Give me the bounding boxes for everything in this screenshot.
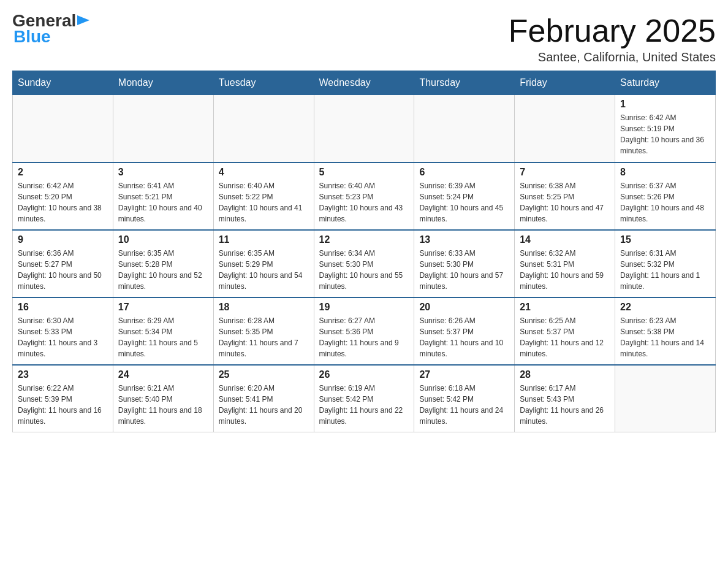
day-number: 1 — [620, 99, 710, 110]
logo: General Blue — [12, 12, 89, 47]
day-info: Sunrise: 6:23 AM Sunset: 5:38 PM Dayligh… — [620, 315, 710, 359]
day-number: 11 — [219, 234, 309, 245]
calendar-cell — [213, 95, 314, 163]
day-number: 22 — [620, 302, 710, 313]
day-info: Sunrise: 6:38 AM Sunset: 5:25 PM Dayligh… — [520, 180, 610, 224]
calendar-cell: 11Sunrise: 6:35 AM Sunset: 5:29 PM Dayli… — [213, 230, 314, 297]
day-info: Sunrise: 6:19 AM Sunset: 5:42 PM Dayligh… — [319, 383, 409, 427]
calendar-cell — [13, 95, 113, 163]
day-info: Sunrise: 6:34 AM Sunset: 5:30 PM Dayligh… — [319, 248, 409, 292]
day-number: 5 — [319, 167, 409, 178]
day-info: Sunrise: 6:25 AM Sunset: 5:37 PM Dayligh… — [520, 315, 610, 359]
calendar-cell: 12Sunrise: 6:34 AM Sunset: 5:30 PM Dayli… — [314, 230, 414, 297]
calendar-cell: 24Sunrise: 6:21 AM Sunset: 5:40 PM Dayli… — [113, 365, 213, 432]
day-number: 15 — [620, 234, 710, 245]
day-info: Sunrise: 6:41 AM Sunset: 5:21 PM Dayligh… — [118, 180, 208, 224]
day-info: Sunrise: 6:31 AM Sunset: 5:32 PM Dayligh… — [620, 248, 710, 292]
calendar-cell: 20Sunrise: 6:26 AM Sunset: 5:37 PM Dayli… — [414, 297, 515, 365]
day-info: Sunrise: 6:33 AM Sunset: 5:30 PM Dayligh… — [419, 248, 509, 292]
calendar-cell — [515, 95, 615, 163]
calendar-header-monday: Monday — [113, 71, 213, 95]
day-info: Sunrise: 6:36 AM Sunset: 5:27 PM Dayligh… — [18, 248, 108, 292]
svg-marker-0 — [77, 15, 89, 25]
day-number: 28 — [520, 369, 610, 380]
day-info: Sunrise: 6:22 AM Sunset: 5:39 PM Dayligh… — [18, 383, 108, 427]
calendar-cell — [314, 95, 414, 163]
location: Santee, California, United States — [509, 50, 716, 64]
calendar-cell: 22Sunrise: 6:23 AM Sunset: 5:38 PM Dayli… — [615, 297, 716, 365]
day-info: Sunrise: 6:35 AM Sunset: 5:28 PM Dayligh… — [118, 248, 208, 292]
calendar-week-row: 23Sunrise: 6:22 AM Sunset: 5:39 PM Dayli… — [13, 365, 716, 432]
day-number: 2 — [18, 167, 108, 178]
calendar-cell — [615, 365, 716, 432]
calendar-cell: 6Sunrise: 6:39 AM Sunset: 5:24 PM Daylig… — [414, 163, 515, 230]
calendar-cell: 15Sunrise: 6:31 AM Sunset: 5:32 PM Dayli… — [615, 230, 716, 297]
calendar-cell: 13Sunrise: 6:33 AM Sunset: 5:30 PM Dayli… — [414, 230, 515, 297]
calendar-cell: 8Sunrise: 6:37 AM Sunset: 5:26 PM Daylig… — [615, 163, 716, 230]
day-number: 23 — [18, 369, 108, 380]
day-info: Sunrise: 6:30 AM Sunset: 5:33 PM Dayligh… — [18, 315, 108, 359]
calendar-header-friday: Friday — [515, 71, 615, 95]
day-number: 7 — [520, 167, 610, 178]
calendar-cell: 21Sunrise: 6:25 AM Sunset: 5:37 PM Dayli… — [515, 297, 615, 365]
day-number: 10 — [118, 234, 208, 245]
day-info: Sunrise: 6:28 AM Sunset: 5:35 PM Dayligh… — [219, 315, 309, 359]
day-info: Sunrise: 6:18 AM Sunset: 5:42 PM Dayligh… — [419, 383, 509, 427]
calendar-header-sunday: Sunday — [13, 71, 113, 95]
calendar-cell: 18Sunrise: 6:28 AM Sunset: 5:35 PM Dayli… — [213, 297, 314, 365]
calendar-cell: 4Sunrise: 6:40 AM Sunset: 5:22 PM Daylig… — [213, 163, 314, 230]
day-info: Sunrise: 6:42 AM Sunset: 5:20 PM Dayligh… — [18, 180, 108, 224]
day-info: Sunrise: 6:37 AM Sunset: 5:26 PM Dayligh… — [620, 180, 710, 224]
day-info: Sunrise: 6:35 AM Sunset: 5:29 PM Dayligh… — [219, 248, 309, 292]
day-info: Sunrise: 6:20 AM Sunset: 5:41 PM Dayligh… — [219, 383, 309, 427]
calendar-week-row: 1Sunrise: 6:42 AM Sunset: 5:19 PM Daylig… — [13, 95, 716, 163]
calendar-header-row: SundayMondayTuesdayWednesdayThursdayFrid… — [13, 71, 716, 95]
day-number: 12 — [319, 234, 409, 245]
day-info: Sunrise: 6:40 AM Sunset: 5:22 PM Dayligh… — [219, 180, 309, 224]
day-info: Sunrise: 6:42 AM Sunset: 5:19 PM Dayligh… — [620, 112, 710, 156]
calendar-cell — [414, 95, 515, 163]
day-number: 21 — [520, 302, 610, 313]
calendar-table: SundayMondayTuesdayWednesdayThursdayFrid… — [12, 71, 716, 432]
calendar-cell: 5Sunrise: 6:40 AM Sunset: 5:23 PM Daylig… — [314, 163, 414, 230]
day-info: Sunrise: 6:26 AM Sunset: 5:37 PM Dayligh… — [419, 315, 509, 359]
calendar-cell: 19Sunrise: 6:27 AM Sunset: 5:36 PM Dayli… — [314, 297, 414, 365]
day-number: 6 — [419, 167, 509, 178]
day-number: 20 — [419, 302, 509, 313]
calendar-header-tuesday: Tuesday — [213, 71, 314, 95]
calendar-header-thursday: Thursday — [414, 71, 515, 95]
calendar-cell: 16Sunrise: 6:30 AM Sunset: 5:33 PM Dayli… — [13, 297, 113, 365]
day-info: Sunrise: 6:17 AM Sunset: 5:43 PM Dayligh… — [520, 383, 610, 427]
day-number: 3 — [118, 167, 208, 178]
calendar-cell: 23Sunrise: 6:22 AM Sunset: 5:39 PM Dayli… — [13, 365, 113, 432]
calendar-week-row: 2Sunrise: 6:42 AM Sunset: 5:20 PM Daylig… — [13, 163, 716, 230]
calendar-cell: 10Sunrise: 6:35 AM Sunset: 5:28 PM Dayli… — [113, 230, 213, 297]
day-number: 25 — [219, 369, 309, 380]
day-number: 24 — [118, 369, 208, 380]
calendar-cell: 27Sunrise: 6:18 AM Sunset: 5:42 PM Dayli… — [414, 365, 515, 432]
day-info: Sunrise: 6:32 AM Sunset: 5:31 PM Dayligh… — [520, 248, 610, 292]
calendar-cell — [113, 95, 213, 163]
calendar-cell: 17Sunrise: 6:29 AM Sunset: 5:34 PM Dayli… — [113, 297, 213, 365]
calendar-cell: 26Sunrise: 6:19 AM Sunset: 5:42 PM Dayli… — [314, 365, 414, 432]
day-number: 19 — [319, 302, 409, 313]
page-header: General Blue February 2025 Santee, Calif… — [12, 12, 716, 64]
day-info: Sunrise: 6:27 AM Sunset: 5:36 PM Dayligh… — [319, 315, 409, 359]
calendar-cell: 28Sunrise: 6:17 AM Sunset: 5:43 PM Dayli… — [515, 365, 615, 432]
calendar-header-saturday: Saturday — [615, 71, 716, 95]
calendar-week-row: 16Sunrise: 6:30 AM Sunset: 5:33 PM Dayli… — [13, 297, 716, 365]
calendar-header-wednesday: Wednesday — [314, 71, 414, 95]
day-number: 18 — [219, 302, 309, 313]
day-info: Sunrise: 6:21 AM Sunset: 5:40 PM Dayligh… — [118, 383, 208, 427]
logo-text-blue: Blue — [12, 27, 51, 47]
calendar-cell: 7Sunrise: 6:38 AM Sunset: 5:25 PM Daylig… — [515, 163, 615, 230]
calendar-cell: 1Sunrise: 6:42 AM Sunset: 5:19 PM Daylig… — [615, 95, 716, 163]
day-info: Sunrise: 6:40 AM Sunset: 5:23 PM Dayligh… — [319, 180, 409, 224]
calendar-week-row: 9Sunrise: 6:36 AM Sunset: 5:27 PM Daylig… — [13, 230, 716, 297]
day-number: 13 — [419, 234, 509, 245]
month-title: February 2025 — [509, 12, 716, 49]
day-number: 17 — [118, 302, 208, 313]
logo-arrow-icon — [77, 15, 89, 28]
day-number: 27 — [419, 369, 509, 380]
calendar-cell: 14Sunrise: 6:32 AM Sunset: 5:31 PM Dayli… — [515, 230, 615, 297]
